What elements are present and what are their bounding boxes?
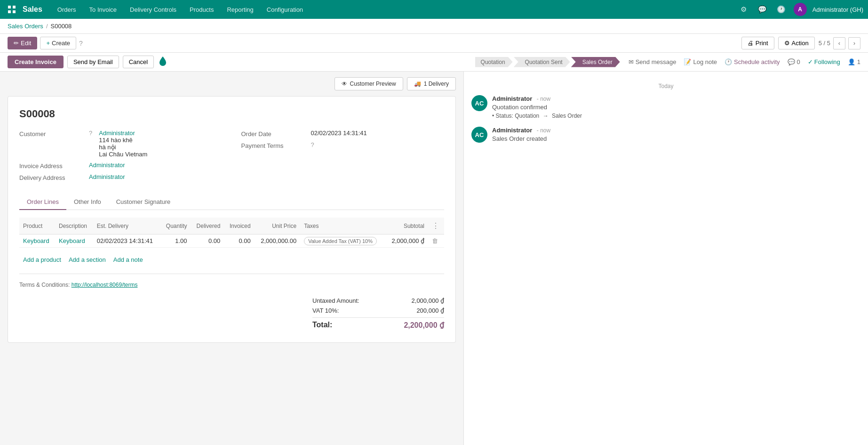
clock-icon[interactable]: 🕐 (775, 3, 788, 16)
nav-reporting[interactable]: Reporting (221, 0, 259, 19)
row-quantity[interactable]: 1.00 (160, 235, 191, 248)
doc-actions: 👁 Customer Preview 🚚 1 Delivery (8, 77, 456, 90)
divider (19, 274, 444, 274)
nav-configuration[interactable]: Configuration (261, 0, 309, 19)
chat-icon[interactable]: 💬 (756, 3, 769, 16)
row-unit-price[interactable]: 2,000,000.00 (255, 235, 300, 248)
tab-customer-signature[interactable]: Customer Signature (109, 194, 178, 210)
cancel-button[interactable]: Cancel (123, 56, 154, 68)
col-subtotal: Subtotal (385, 218, 428, 235)
row-est-delivery[interactable]: 02/02/2023 14:31:41 (93, 235, 161, 248)
col-more: ⋮ (428, 218, 444, 235)
chat-detail-1: • Status: Quotation → Sales Order (492, 113, 860, 119)
row-description[interactable]: Keyboard (55, 235, 93, 248)
table-add-row: Add a product Add a section Add a note (19, 253, 444, 266)
action-button[interactable]: ⚙ Action (778, 37, 815, 49)
gear-icon: ⚙ (784, 40, 790, 47)
pipeline-sales-order[interactable]: Sales Order (571, 57, 620, 67)
add-section-link[interactable]: Add a section (69, 256, 106, 263)
tab-order-lines[interactable]: Order Lines (19, 194, 66, 210)
nav-delivery-controls[interactable]: Delivery Controls (124, 0, 182, 19)
send-by-email-button[interactable]: Send by Email (67, 56, 119, 68)
user-avatar[interactable]: A (794, 3, 807, 16)
svg-rect-3 (13, 10, 16, 13)
col-invoiced: Invoiced (224, 218, 254, 235)
delivery-address-value[interactable]: Administrator (89, 173, 223, 180)
pipeline-quotation-sent[interactable]: Quotation Sent (514, 57, 570, 67)
add-product-link[interactable]: Add a product (23, 256, 61, 263)
row-invoiced[interactable]: 0.00 (224, 235, 254, 248)
customer-preview-button[interactable]: 👁 Customer Preview (334, 77, 403, 90)
nav-products[interactable]: Products (184, 0, 219, 19)
payment-terms-label: Payment Terms (241, 141, 307, 149)
order-date-value[interactable]: 02/02/2023 14:31:41 (311, 129, 445, 137)
col-taxes: Taxes (300, 218, 385, 235)
send-message-button[interactable]: ✉ Send message (629, 58, 677, 65)
toolbar: ✏ Edit + Create ? 🖨 Print ⚙ Action 5 / 5… (0, 34, 868, 53)
breadcrumb-current: S00008 (51, 23, 72, 30)
prev-page-button[interactable]: ‹ (833, 37, 845, 49)
terms-row: Terms & Conditions: http://localhost:806… (19, 282, 444, 288)
customer-value: Administrator 114 hào khê hà nội Lai Châ… (99, 129, 147, 158)
speech-icon: 💬 (788, 58, 795, 65)
next-page-button[interactable]: › (848, 37, 860, 49)
message-actions: ✉ Send message 📝 Log note 🕐 Schedule act… (629, 58, 860, 65)
following-button[interactable]: ✓ Following (808, 58, 840, 65)
breadcrumb-parent[interactable]: Sales Orders (8, 23, 43, 30)
app-grid-icon[interactable] (5, 2, 19, 16)
table-more-icon[interactable]: ⋮ (432, 222, 439, 230)
tab-other-info[interactable]: Other Info (66, 194, 109, 210)
top-nav: Sales Orders To Invoice Delivery Control… (0, 0, 868, 19)
untaxed-amount-line: Untaxed Amount: 2,000,000 ₫ (312, 296, 444, 306)
total-line: Total: 2,200,000 ₫ (312, 317, 444, 331)
star-icon[interactable]: ⚙ (737, 3, 750, 16)
row-delivered[interactable]: 0.00 (191, 235, 224, 248)
plus-icon: + (46, 40, 50, 47)
help-icon[interactable]: ? (89, 129, 92, 137)
followers-count-button[interactable]: 👤 1 (848, 58, 860, 65)
nav-to-invoice[interactable]: To Invoice (84, 0, 123, 19)
chat-date-divider: Today (471, 83, 860, 89)
delivery-address-row: Delivery Address Administrator (19, 173, 223, 181)
chat-time-2: - now (537, 127, 550, 134)
order-number: S00008 (19, 108, 444, 120)
pipeline-quotation[interactable]: Quotation (475, 57, 513, 67)
nav-right: ⚙ 💬 🕐 A Administrator (GH) (737, 3, 863, 16)
app-name: Sales (23, 5, 42, 14)
terms-link[interactable]: http://localhost:8069/terms (72, 282, 138, 288)
log-note-button[interactable]: 📝 Log note (684, 58, 717, 65)
followers-button[interactable]: 💬 0 (788, 58, 800, 65)
invoice-address-label: Invoice Address (19, 162, 85, 170)
chat-area: Today AC Administrator - now Quotation c… (463, 72, 868, 445)
chat-author-2: Administrator (492, 127, 532, 134)
delivery-button[interactable]: 🚚 1 Delivery (407, 77, 456, 90)
row-product[interactable]: Keyboard (19, 235, 55, 248)
invoice-address-value[interactable]: Administrator (89, 162, 223, 169)
customer-row: Customer ? Administrator 114 hào khê hà … (19, 129, 223, 158)
truck-icon: 🚚 (414, 81, 421, 87)
chat-message-1: AC Administrator - now Quotation confirm… (471, 95, 860, 119)
svg-rect-0 (8, 6, 11, 8)
send-icon: ✉ (629, 58, 634, 65)
edit-button[interactable]: ✏ Edit (8, 37, 37, 49)
add-note-link[interactable]: Add a note (113, 256, 143, 263)
nav-orders[interactable]: Orders (52, 0, 82, 19)
tax-badge[interactable]: Value Added Tax (VAT) 10% (304, 237, 377, 245)
toolbar-right: 🖨 Print ⚙ Action 5 / 5 ‹ › (741, 37, 860, 49)
create-invoice-button[interactable]: Create Invoice (8, 56, 64, 68)
content-area: 👁 Customer Preview 🚚 1 Delivery S00008 C… (0, 72, 463, 445)
order-date-row: Order Date 02/02/2023 14:31:41 (241, 129, 445, 138)
clock-activity-icon: 🕐 (725, 58, 732, 65)
checkmark-icon: ✓ (808, 58, 813, 65)
order-table: Product Description Est. Delivery Quanti… (19, 218, 444, 248)
action-right: Quotation Quotation Sent Sales Order ✉ S… (475, 57, 860, 67)
svg-rect-1 (13, 6, 16, 8)
schedule-activity-button[interactable]: 🕐 Schedule activity (725, 58, 780, 65)
create-button[interactable]: + Create (40, 37, 76, 49)
print-button[interactable]: 🖨 Print (741, 37, 774, 49)
main-container: 👁 Customer Preview 🚚 1 Delivery S00008 C… (0, 72, 868, 445)
col-description: Description (55, 218, 93, 235)
row-delete[interactable]: 🗑 (428, 235, 444, 248)
payment-help-icon[interactable]: ? (311, 141, 314, 148)
help-button[interactable]: ? (79, 40, 83, 47)
